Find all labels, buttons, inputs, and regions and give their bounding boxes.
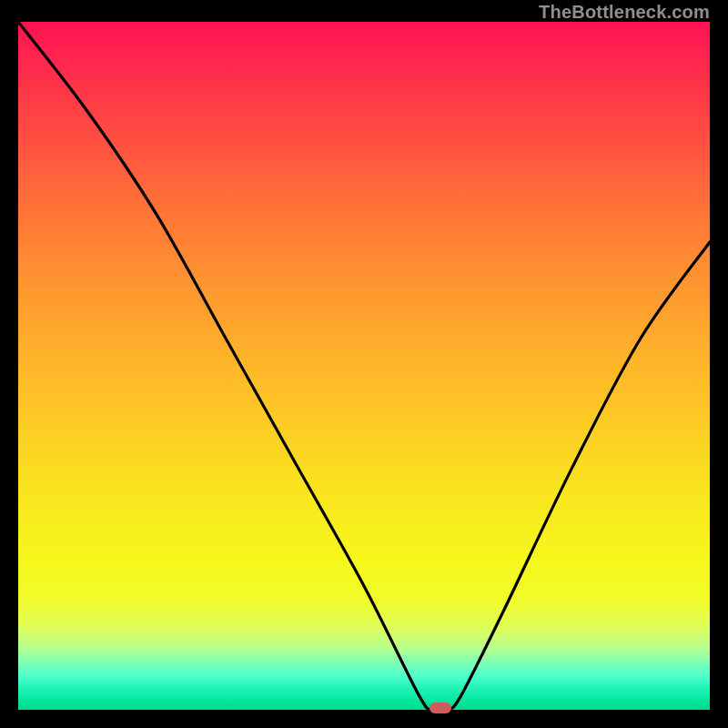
bottleneck-curve [18, 22, 710, 710]
attribution-text: TheBottleneck.com [539, 2, 710, 23]
optimum-marker [430, 703, 451, 713]
plot-area [18, 22, 710, 710]
chart-frame: TheBottleneck.com [0, 0, 728, 728]
